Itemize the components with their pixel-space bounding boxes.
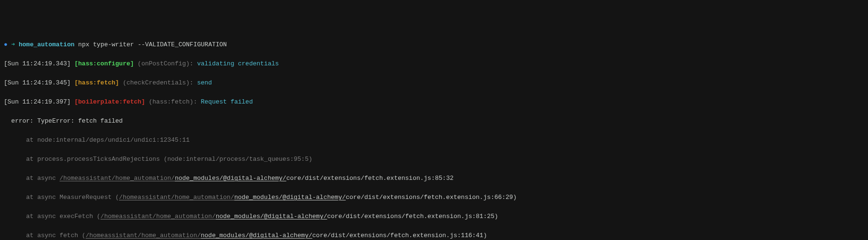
log-fn: (checkCredentials) [119,79,190,86]
prompt-command: npx type-writer --VALIDATE_CONFIGURATION [74,41,227,48]
prompt-dot-icon: ● [4,41,8,48]
log-msg: send [193,79,212,86]
stack-line: at async MeasureRequest (/homeassistant/… [4,193,864,202]
stack-loc: core/dist/extensions/fetch.extension.js:… [286,175,454,182]
log-sep: : [190,60,193,67]
stack-line: at async execFetch (/homeassistant/home_… [4,212,864,221]
log-timestamp: [Sun 11:24:19.397] [4,98,71,105]
stack-loc: core/dist/extensions/fetch.extension.js:… [313,232,487,239]
stack-path: @digital-alchemy/ [223,175,286,182]
stack-loc: core/dist/extensions/fetch.extension.js:… [327,213,498,220]
prompt-cwd: home_automation [15,41,74,48]
stack-path: /homeassistant/home_automation/ [119,194,234,201]
log-line-1: [Sun 11:24:19.343] [hass:configure] (onP… [4,59,864,69]
stack-line: at async /homeassistant/home_automation/… [4,174,864,183]
log-fn: (onPostConfig) [134,60,190,67]
stack-path: /homeassistant/home_automation/ [101,213,216,220]
prompt-line[interactable]: ● ➜ home_automation npx type-writer --VA… [4,40,864,50]
stack-path: node_modules/ [234,194,283,201]
stack-path: /homeassistant/home_automation/ [60,175,175,182]
log-sep: : [190,79,193,86]
log-sep: : [193,98,197,105]
error-line: error: TypeError: fetch failed [4,116,864,126]
stack-prefix: at async [4,175,60,182]
log-line-2: [Sun 11:24:19.345] [hass:fetch] (checkCr… [4,78,864,88]
stack-line: at node:internal/deps/undici/undici:1234… [4,136,864,145]
log-tag: [hass:configure] [71,60,134,67]
stack-path: @digital-alchemy/ [264,213,327,220]
stack-line: at async fetch (/homeassistant/home_auto… [4,231,864,240]
stack-path: node_modules/ [216,213,264,220]
stack-path: node_modules/ [175,175,223,182]
log-timestamp: [Sun 11:24:19.343] [4,60,71,67]
log-tag: [hass:fetch] [71,79,119,86]
log-timestamp: [Sun 11:24:19.345] [4,79,71,86]
log-line-3: [Sun 11:24:19.397] [boilerplate:fetch] (… [4,97,864,107]
stack-path: @digital-alchemy/ [283,194,346,201]
log-msg: validating credentials [193,60,279,67]
log-fn: (hass:fetch) [145,98,193,105]
stack-loc: core/dist/extensions/fetch.extension.js:… [346,194,517,201]
stack-prefix: at async execFetch ( [4,213,101,220]
stack-path: @digital-alchemy/ [249,232,313,239]
stack-path: node_modules/ [201,232,249,239]
stack-prefix: at async fetch ( [4,232,86,239]
log-msg: Request failed [197,98,253,105]
stack-line: at process.processTicksAndRejections (no… [4,155,864,164]
log-tag: [boilerplate:fetch] [71,98,145,105]
stack-prefix: at async MeasureRequest ( [4,194,119,201]
stack-path: /homeassistant/home_automation/ [86,232,201,239]
